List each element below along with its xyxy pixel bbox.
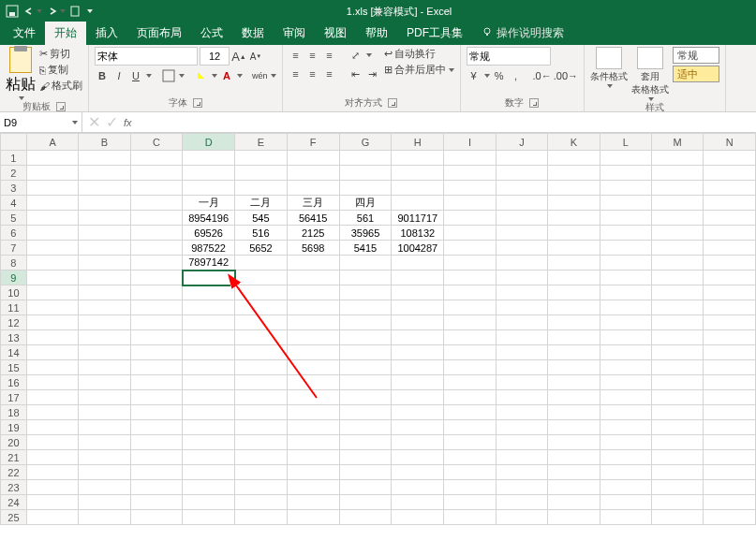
cell-F2[interactable]: [287, 166, 339, 181]
cell-K11[interactable]: [548, 300, 600, 315]
cell-A10[interactable]: [26, 285, 78, 300]
cell-M18[interactable]: [651, 405, 703, 420]
cell-M20[interactable]: [651, 435, 703, 450]
cell-G12[interactable]: [339, 315, 392, 330]
cell-L11[interactable]: [600, 300, 651, 315]
tab-insert[interactable]: 插入: [86, 22, 127, 45]
decrease-decimal-button[interactable]: .00→: [554, 67, 578, 84]
cell-D22[interactable]: [183, 465, 235, 480]
cell-M12[interactable]: [651, 315, 703, 330]
row-header-20[interactable]: 20: [1, 435, 27, 450]
row-header-19[interactable]: 19: [1, 420, 27, 435]
cell-A12[interactable]: [26, 315, 78, 330]
cell-G25[interactable]: [339, 510, 392, 525]
cell-G21[interactable]: [339, 450, 392, 465]
cell-N14[interactable]: [704, 345, 756, 360]
cell-M23[interactable]: [651, 480, 703, 495]
cell-G3[interactable]: [339, 181, 392, 196]
cell-J16[interactable]: [496, 375, 547, 390]
cell-N11[interactable]: [704, 300, 756, 315]
cell-M13[interactable]: [651, 330, 703, 345]
cell-B5[interactable]: [79, 211, 130, 226]
row-header-4[interactable]: 4: [1, 196, 27, 211]
tab-formulas[interactable]: 公式: [191, 22, 232, 45]
cell-C22[interactable]: [130, 465, 182, 480]
cell-F6[interactable]: 2125: [287, 226, 339, 241]
cell-style-normal[interactable]: 常规: [673, 47, 719, 64]
cell-L20[interactable]: [600, 435, 651, 450]
cell-D15[interactable]: [183, 360, 235, 375]
cell-H20[interactable]: [392, 435, 444, 450]
cell-K10[interactable]: [548, 285, 600, 300]
cell-J5[interactable]: [496, 211, 547, 226]
cell-G10[interactable]: [339, 285, 392, 300]
cell-C2[interactable]: [130, 166, 182, 181]
cell-B3[interactable]: [79, 181, 130, 196]
cell-K24[interactable]: [548, 495, 600, 510]
cell-L1[interactable]: [600, 151, 651, 166]
cell-L10[interactable]: [600, 285, 651, 300]
cell-D18[interactable]: [183, 405, 235, 420]
cell-J15[interactable]: [496, 360, 547, 375]
cell-A7[interactable]: [26, 241, 78, 256]
cell-D2[interactable]: [183, 166, 235, 181]
decrease-indent-button[interactable]: ⇤: [348, 66, 363, 82]
font-launcher[interactable]: [193, 98, 202, 108]
cell-F17[interactable]: [287, 390, 339, 405]
cell-G4[interactable]: 四月: [339, 196, 392, 211]
align-top-button[interactable]: ≡: [289, 47, 304, 64]
currency-button[interactable]: ¥: [467, 67, 482, 84]
cell-B23[interactable]: [79, 480, 130, 495]
cell-G7[interactable]: 5415: [339, 241, 392, 256]
align-center-button[interactable]: ≡: [305, 66, 320, 82]
cell-C24[interactable]: [130, 495, 182, 510]
cell-F15[interactable]: [287, 360, 339, 375]
cell-M14[interactable]: [651, 345, 703, 360]
col-header-K[interactable]: K: [548, 134, 600, 151]
tab-file[interactable]: 文件: [4, 22, 45, 45]
cell-D16[interactable]: [183, 375, 235, 390]
cell-C4[interactable]: [130, 196, 182, 211]
cell-D10[interactable]: [183, 285, 235, 300]
cell-D12[interactable]: [183, 315, 235, 330]
row-header-13[interactable]: 13: [1, 330, 27, 345]
cell-F18[interactable]: [287, 405, 339, 420]
cell-K19[interactable]: [548, 420, 600, 435]
formula-cancel-icon[interactable]: ✕: [88, 113, 100, 131]
cell-I22[interactable]: [444, 465, 496, 480]
cell-A6[interactable]: [26, 226, 78, 241]
cell-B15[interactable]: [79, 360, 130, 375]
cell-L22[interactable]: [600, 465, 651, 480]
cell-C11[interactable]: [130, 300, 182, 315]
cell-N12[interactable]: [704, 315, 756, 330]
cell-F13[interactable]: [287, 330, 339, 345]
cell-F24[interactable]: [287, 495, 339, 510]
col-header-F[interactable]: F: [287, 134, 339, 151]
cell-G14[interactable]: [339, 345, 392, 360]
cell-A4[interactable]: [26, 196, 78, 211]
cell-E10[interactable]: [235, 285, 288, 300]
font-name-select[interactable]: [95, 47, 198, 66]
cell-J3[interactable]: [496, 181, 547, 196]
row-header-21[interactable]: 21: [1, 450, 27, 465]
cell-E22[interactable]: [235, 465, 288, 480]
comma-button[interactable]: ,: [509, 67, 524, 84]
cell-C25[interactable]: [130, 510, 182, 525]
cell-G24[interactable]: [339, 495, 392, 510]
cell-D9[interactable]: [183, 270, 235, 285]
cell-J10[interactable]: [496, 285, 547, 300]
tab-layout[interactable]: 页面布局: [127, 22, 191, 45]
cell-B21[interactable]: [79, 450, 130, 465]
cell-G19[interactable]: [339, 420, 392, 435]
cell-M1[interactable]: [651, 151, 703, 166]
cell-I24[interactable]: [444, 495, 496, 510]
cell-B2[interactable]: [79, 166, 130, 181]
cell-J20[interactable]: [496, 435, 547, 450]
cell-B1[interactable]: [79, 151, 130, 166]
cell-K4[interactable]: [548, 196, 600, 211]
cell-E5[interactable]: 545: [235, 211, 288, 226]
cell-B18[interactable]: [79, 405, 130, 420]
cell-style-mid[interactable]: 适中: [673, 66, 719, 82]
paste-button[interactable]: 粘贴: [6, 47, 36, 100]
cell-K1[interactable]: [548, 151, 600, 166]
